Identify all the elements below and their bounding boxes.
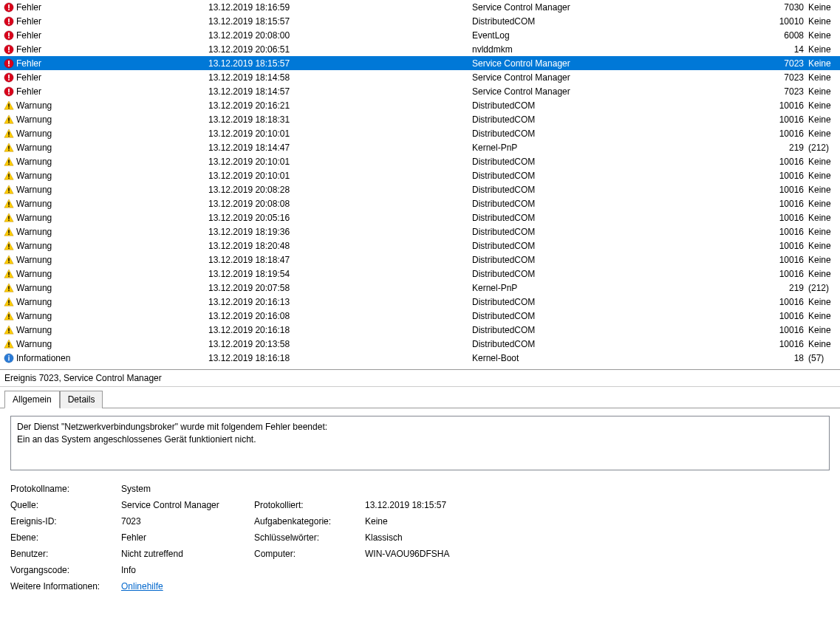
event-row[interactable]: Fehler13.12.2019 18:14:57Service Control… (0, 84, 840, 98)
event-row[interactable]: Warnung13.12.2019 20:05:16DistributedCOM… (0, 210, 840, 224)
cell-id: 7023 (778, 86, 808, 97)
cell-source: DistributedCOM (472, 255, 778, 265)
cell-date: 13.12.2019 20:16:21 (208, 100, 472, 111)
event-row[interactable]: Warnung13.12.2019 20:16:18DistributedCOM… (0, 323, 840, 337)
event-row[interactable]: Warnung13.12.2019 20:10:01DistributedCOM… (0, 126, 840, 140)
cell-id: 10016 (778, 213, 808, 223)
cell-task: Keine (808, 114, 837, 125)
cell-level: Warnung (15, 311, 208, 321)
event-row[interactable]: Fehler13.12.2019 18:14:58Service Control… (0, 70, 840, 84)
cell-date: 13.12.2019 20:10:01 (208, 171, 472, 181)
svg-rect-73 (8, 342, 9, 345)
cell-id: 10016 (778, 171, 808, 181)
event-row[interactable]: Warnung13.12.2019 18:19:36DistributedCOM… (0, 224, 840, 239)
event-row[interactable]: Warnung13.12.2019 20:10:01DistributedCOM… (0, 154, 840, 168)
cell-task: Keine (808, 255, 837, 265)
event-row[interactable]: Fehler13.12.2019 18:16:59Service Control… (0, 0, 840, 14)
warning-icon (3, 143, 15, 153)
event-row[interactable]: Warnung13.12.2019 20:08:08DistributedCOM… (0, 196, 840, 210)
event-row[interactable]: Warnung13.12.2019 20:16:21DistributedCOM… (0, 98, 840, 112)
cell-id: 10016 (778, 100, 808, 111)
cell-date: 13.12.2019 18:15:57 (208, 16, 472, 27)
cell-source: DistributedCOM (472, 339, 778, 349)
cell-source: DistributedCOM (472, 241, 778, 251)
error-icon (3, 44, 15, 55)
event-row[interactable]: Warnung13.12.2019 18:18:31DistributedCOM… (0, 112, 840, 126)
event-row[interactable]: Warnung13.12.2019 20:13:58DistributedCOM… (0, 337, 840, 351)
cell-task: Keine (808, 241, 837, 251)
event-row[interactable]: Warnung13.12.2019 18:14:47Kernel-PnP219(… (0, 140, 840, 154)
cell-source: DistributedCOM (472, 227, 778, 237)
warning-icon (3, 339, 15, 349)
event-list[interactable]: Fehler13.12.2019 18:16:59Service Control… (0, 0, 840, 370)
online-help-link[interactable]: Onlinehilfe (121, 581, 163, 592)
cell-source: EventLog (472, 30, 778, 41)
svg-rect-41 (8, 191, 9, 192)
svg-rect-77 (8, 357, 9, 360)
event-row[interactable]: Warnung13.12.2019 20:16:08DistributedCOM… (0, 309, 840, 323)
event-row[interactable]: Warnung13.12.2019 20:16:13DistributedCOM… (0, 295, 840, 309)
cell-date: 13.12.2019 18:19:36 (208, 227, 472, 237)
event-row[interactable]: Warnung13.12.2019 20:10:01DistributedCOM… (0, 168, 840, 182)
cell-task: Keine (808, 185, 837, 195)
tab-general[interactable]: Allgemein (4, 391, 60, 408)
svg-rect-68 (8, 318, 9, 318)
cell-date: 13.12.2019 20:05:16 (208, 213, 472, 223)
cell-task: Keine (808, 171, 837, 181)
cell-date: 13.12.2019 20:16:08 (208, 311, 472, 321)
cell-id: 7023 (778, 58, 808, 69)
error-icon (3, 86, 15, 97)
event-row[interactable]: Fehler13.12.2019 20:08:00EventLog6008Kei… (0, 28, 840, 42)
cell-source: DistributedCOM (472, 157, 778, 167)
svg-rect-53 (8, 247, 9, 248)
event-row[interactable]: Warnung13.12.2019 18:20:48DistributedCOM… (0, 239, 840, 253)
warning-icon (3, 227, 15, 237)
event-row[interactable]: Warnung13.12.2019 18:18:47DistributedCOM… (0, 253, 840, 267)
svg-rect-58 (8, 272, 9, 275)
warning-icon (3, 185, 15, 195)
cell-source: DistributedCOM (472, 114, 778, 125)
cell-date: 13.12.2019 20:16:18 (208, 325, 472, 335)
svg-rect-55 (8, 258, 9, 261)
cell-task: (212) (808, 143, 837, 153)
event-row[interactable]: Fehler13.12.2019 20:06:51nvlddmkm14Keine (0, 42, 840, 56)
tab-details[interactable]: Details (60, 391, 103, 408)
cell-level: Warnung (15, 114, 208, 125)
warning-icon (3, 157, 15, 167)
cell-date: 13.12.2019 18:16:18 (208, 353, 472, 363)
cell-source: DistributedCOM (472, 171, 778, 181)
svg-rect-74 (8, 346, 9, 346)
svg-rect-14 (8, 65, 10, 66)
cell-date: 13.12.2019 20:06:51 (208, 44, 472, 55)
event-row[interactable]: Informationen13.12.2019 18:16:18Kernel-B… (0, 351, 840, 365)
svg-rect-76 (8, 355, 9, 356)
cell-date: 13.12.2019 20:13:58 (208, 339, 472, 349)
cell-task: Keine (808, 128, 837, 139)
cell-level: Warnung (15, 297, 208, 307)
cell-id: 18 (778, 353, 808, 363)
event-row[interactable]: Fehler13.12.2019 18:15:57DistributedCOM1… (0, 14, 840, 28)
svg-rect-61 (8, 286, 9, 289)
cell-task: Keine (808, 2, 837, 13)
event-row[interactable]: Warnung13.12.2019 20:07:58Kernel-PnP219(… (0, 281, 840, 295)
svg-rect-1 (8, 4, 10, 8)
event-row[interactable]: Warnung13.12.2019 18:19:54DistributedCOM… (0, 267, 840, 281)
event-row[interactable]: Warnung13.12.2019 20:08:28DistributedCOM… (0, 182, 840, 196)
svg-rect-8 (8, 37, 10, 38)
cell-id: 219 (778, 143, 808, 153)
cell-task: Keine (808, 199, 837, 209)
cell-task: (212) (808, 283, 837, 293)
cell-id: 10016 (778, 297, 808, 307)
warning-icon (3, 283, 15, 293)
cell-id: 10016 (778, 269, 808, 279)
svg-rect-13 (8, 61, 10, 64)
event-row[interactable]: Fehler13.12.2019 18:15:57Service Control… (0, 56, 840, 70)
cell-level: Fehler (15, 2, 208, 13)
cell-task: Keine (808, 58, 837, 69)
svg-rect-50 (8, 233, 9, 234)
cell-level: Warnung (15, 339, 208, 349)
cell-source: DistributedCOM (472, 311, 778, 321)
cell-id: 219 (778, 283, 808, 293)
cell-source: DistributedCOM (472, 128, 778, 139)
cell-level: Warnung (15, 283, 208, 293)
